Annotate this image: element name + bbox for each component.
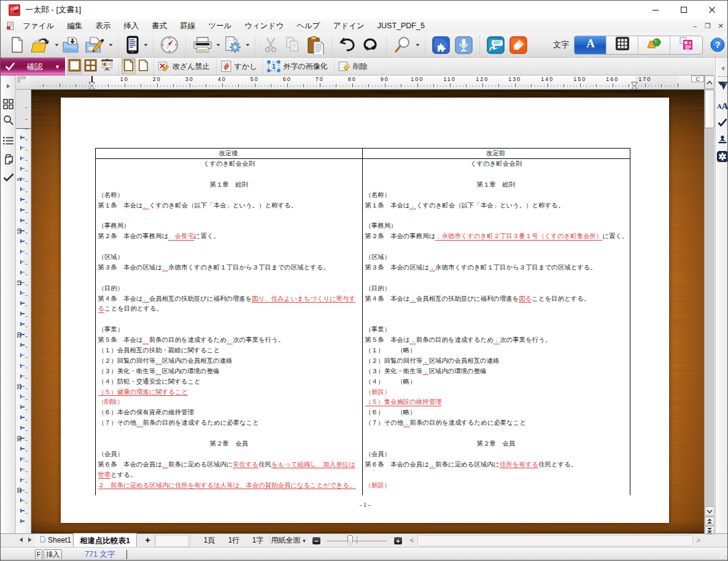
previous-page-button[interactable] <box>705 517 714 525</box>
menu-4[interactable]: 挿入 <box>118 19 144 33</box>
search-button[interactable] <box>391 34 414 55</box>
new-document-button[interactable] <box>7 34 28 55</box>
menu-10[interactable]: アドイン <box>328 19 370 33</box>
sidebar-collapse-icon[interactable] <box>716 63 728 74</box>
vertical-scrollbar[interactable] <box>704 75 714 533</box>
voice-input-button[interactable] <box>452 34 475 55</box>
doc-restore-button[interactable]: ❐ <box>703 22 712 30</box>
mode-parts-button[interactable] <box>670 36 702 54</box>
mode-text-button[interactable]: A <box>575 36 606 54</box>
zoom-in-button[interactable] <box>394 537 402 544</box>
next-page-button[interactable] <box>705 526 714 535</box>
confirm-mode-button[interactable]: 確認 ▼ <box>1 58 65 75</box>
flower-icon[interactable] <box>716 151 728 164</box>
page-indicator[interactable]: 1頁 <box>196 534 223 547</box>
sheet-tab-comparison[interactable]: 相違点比較表1 <box>73 533 137 547</box>
sidebar-expand-icon[interactable] <box>1 80 16 91</box>
doc-close-button[interactable]: ✕ <box>716 22 725 30</box>
hscroll-left-button[interactable]: < <box>408 534 416 547</box>
zoom-slider-thumb[interactable] <box>347 535 353 546</box>
menu-9[interactable]: ヘルプ <box>292 19 325 33</box>
ruler-tick <box>518 85 519 87</box>
ruler-column-button[interactable]: C <box>691 75 704 82</box>
close-button[interactable] <box>698 1 726 19</box>
justsystems-v-icon[interactable] <box>716 81 728 93</box>
cut-button[interactable] <box>260 34 282 55</box>
save-as-button-dropdown[interactable] <box>107 34 114 55</box>
zoom-mode-select[interactable]: 用紙全面▼ <box>269 534 308 547</box>
print-setup-button[interactable] <box>221 34 244 55</box>
insert-mode-button[interactable]: 挿入 <box>44 549 62 560</box>
right-margin-marker[interactable] <box>631 82 638 89</box>
minimize-button[interactable] <box>641 1 670 19</box>
print-button[interactable] <box>190 34 215 55</box>
open-button-dropdown[interactable] <box>53 34 60 55</box>
vruler-number: 5 <box>16 176 22 183</box>
scrollbar-thumb[interactable] <box>705 90 714 128</box>
zoom-tool-icon[interactable] <box>1 115 16 128</box>
view-single-page-button[interactable] <box>67 58 82 74</box>
paste-button[interactable] <box>304 34 327 55</box>
mode-grid-button[interactable] <box>606 36 638 54</box>
navigation-button[interactable] <box>158 34 181 55</box>
marker-tool-button[interactable] <box>507 34 530 55</box>
horizontal-scrollbar[interactable] <box>417 535 693 546</box>
sheet-next-button[interactable] <box>25 534 34 547</box>
search-button-dropdown[interactable] <box>414 34 420 55</box>
menu-5[interactable]: 書式 <box>147 19 172 33</box>
font-aa-icon[interactable]: AA <box>716 101 728 112</box>
page-style-b-button[interactable] <box>136 58 150 74</box>
view-multi-page-button[interactable] <box>83 58 98 74</box>
save-button[interactable] <box>60 34 83 55</box>
watermark-button[interactable]: すかし <box>219 58 260 74</box>
comment-tool-button[interactable] <box>484 34 507 55</box>
tamper-protect-button[interactable]: 改ざん禁止 <box>157 58 213 74</box>
stamp-icon[interactable] <box>716 135 728 147</box>
undo-button[interactable] <box>336 34 358 55</box>
help-button[interactable]: ? <box>708 34 727 55</box>
maximize-button[interactable] <box>670 1 698 19</box>
sheet-tab-sheet1[interactable]: Sheet1 <box>35 534 78 547</box>
plugin-button[interactable] <box>430 34 452 55</box>
outline-list-icon[interactable] <box>1 136 16 148</box>
viewer-button-dropdown[interactable] <box>142 34 149 55</box>
redo-button[interactable] <box>358 34 382 55</box>
function-key-button[interactable]: F <box>35 549 42 560</box>
menu-6[interactable]: 罫線 <box>175 19 200 33</box>
document-page[interactable]: 改定後 改定前 くすのき町会会則第１章 総則（名称）第１条 本会は、くすのき町会… <box>61 98 669 523</box>
zoom-out-button[interactable] <box>312 537 320 544</box>
hscroll-right-button[interactable]: > <box>694 534 703 547</box>
open-button[interactable] <box>28 34 53 55</box>
menu-2[interactable]: 編集 <box>62 19 87 33</box>
scroll-up-button[interactable] <box>705 75 714 89</box>
dashboard-icon[interactable] <box>1 99 16 112</box>
check-tool-icon[interactable] <box>1 173 16 184</box>
scroll-down-button[interactable] <box>705 506 714 516</box>
page-style-a-button[interactable] <box>122 58 136 74</box>
left-margin-marker[interactable] <box>88 82 95 89</box>
print-button-dropdown[interactable] <box>215 34 221 55</box>
check-icon[interactable] <box>716 118 728 129</box>
add-sheet-button[interactable]: + <box>141 534 155 547</box>
copy-pages-icon[interactable] <box>1 154 16 167</box>
delete-button[interactable]: 削除 <box>337 58 371 74</box>
save-as-button[interactable] <box>83 34 107 55</box>
view-presentation-button[interactable] <box>99 58 115 74</box>
menu-1[interactable]: ファイル <box>18 19 59 33</box>
copy-button[interactable] <box>282 34 304 55</box>
sheet-prev-button[interactable] <box>16 534 25 547</box>
viewer-button[interactable] <box>123 34 142 55</box>
menu-3[interactable]: 表示 <box>90 19 115 33</box>
menu-7[interactable]: ツール <box>203 19 236 33</box>
menu-8[interactable]: ウィンドウ <box>239 19 288 33</box>
line-indicator[interactable]: 1行 <box>222 534 246 547</box>
char-indicator[interactable]: 1字 <box>246 534 269 547</box>
vertical-ruler[interactable]: 5101520253035 <box>16 90 31 533</box>
menu-11[interactable]: JUST_PDF_5 <box>373 19 430 33</box>
mode-shape-button[interactable] <box>638 36 670 54</box>
horizontal-ruler[interactable]: 1020304050607080901001101201301401501601… <box>16 75 704 90</box>
print-setup-button-dropdown[interactable] <box>244 34 250 55</box>
doc-minimize-button[interactable]: – <box>691 22 699 29</box>
gaiji-image-button[interactable]: 1外字の画像化 <box>266 58 330 74</box>
document-menu-icon[interactable] <box>6 21 15 30</box>
